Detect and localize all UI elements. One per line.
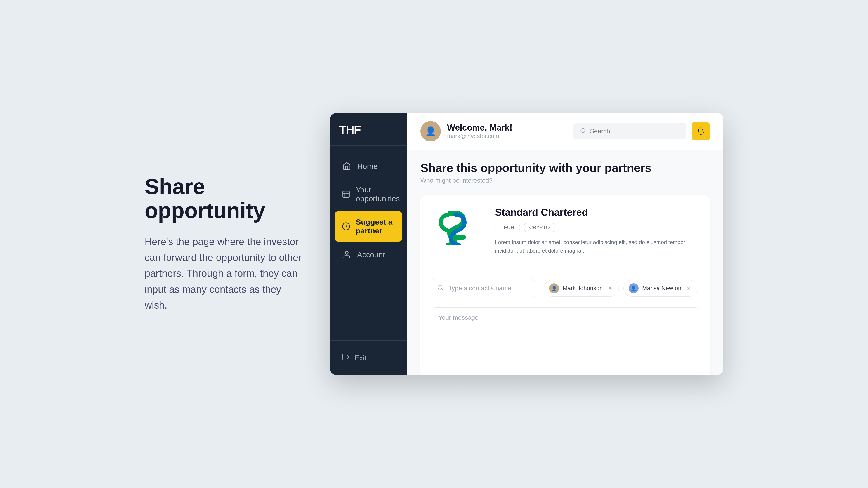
svg-point-6 [581,129,585,133]
contact-tag-2: 👤 Marisa Newton ✕ [623,280,698,297]
tag-tech: TECH [495,223,520,232]
user-text: Welcome, Mark! mark@investor.com [447,123,513,140]
sidebar-logo: THF [330,113,407,146]
svg-rect-0 [343,191,349,198]
remove-contact-2[interactable]: ✕ [685,285,692,292]
selected-contacts: 👤 Mark Johonson ✕ 👤 Marisa Newton ✕ [544,278,699,298]
search-input[interactable] [590,128,680,135]
sidebar-item-opportunities[interactable]: Your opportunities [335,179,402,209]
form-section: 👤 Mark Johonson ✕ 👤 Marisa Newton ✕ [432,278,699,298]
sidebar-nav: Home Your opportunities [330,146,407,340]
left-panel: Share opportunity Here's the page where … [145,175,303,313]
left-title: Share opportunity [145,175,303,222]
exit-icon [342,353,350,363]
sidebar-item-suggest[interactable]: Suggest a partner [335,211,402,241]
remove-contact-1[interactable]: ✕ [607,285,614,292]
contact-input-wrapper[interactable] [432,278,535,298]
welcome-text: Welcome, Mark! [447,123,513,133]
sidebar-item-home-label: Home [357,162,378,170]
company-tags: TECH CRYPTO [495,223,699,232]
search-icon [580,128,586,135]
app-window: THF Home [330,113,723,375]
header-right [573,122,710,140]
home-icon [342,161,352,171]
opportunities-icon [342,189,350,199]
exit-label: Exit [354,354,366,362]
contact-avatar-1: 👤 [549,283,559,293]
contact-tag-1: 👤 Mark Johonson ✕ [544,280,619,297]
exit-button[interactable]: Exit [335,348,402,368]
tag-crypto: CRYPTO [524,223,555,232]
main-card: standard chartered Standard Chartered TE… [421,195,710,375]
company-section: standard chartered Standard Chartered TE… [432,207,699,267]
sidebar-item-account[interactable]: Account [335,243,402,266]
main-content: 👤 Welcome, Mark! mark@investor.com [407,113,723,375]
sidebar-item-account-label: Account [357,250,385,259]
sidebar: THF Home [330,113,407,375]
avatar: 👤 [421,121,441,141]
svg-line-12 [441,289,442,290]
suggest-icon [342,221,350,231]
sidebar-item-home[interactable]: Home [335,155,402,177]
svg-line-7 [584,132,585,133]
company-details: Standard Chartered TECH CRYPTO Lorem ips… [495,207,699,255]
contact-name-2: Marisa Newton [642,285,681,292]
page-title: Share this opportunity with your partner… [421,161,710,175]
account-icon [342,250,352,260]
message-textarea[interactable] [432,307,699,357]
contact-search-icon [437,284,443,292]
search-bar[interactable] [573,123,686,139]
contact-name-1: Mark Johonson [563,285,603,292]
svg-point-4 [345,252,348,254]
left-description: Here's the page where the investor can f… [145,234,303,313]
header: 👤 Welcome, Mark! mark@investor.com [407,113,723,150]
notification-button[interactable] [692,122,710,140]
sidebar-item-opportunities-label: Your opportunities [356,186,400,203]
user-email: mark@investor.com [447,133,513,140]
contact-name-input[interactable] [432,278,535,298]
user-info: 👤 Welcome, Mark! mark@investor.com [421,121,513,141]
company-description: Lorem ipsum dolor sit amet, consectetur … [495,238,699,255]
content-area: Share this opportunity with your partner… [407,150,723,375]
svg-text:standard: standard [434,245,450,245]
company-name: Standard Chartered [495,207,699,218]
svg-point-11 [438,285,442,289]
message-wrapper[interactable] [432,307,699,367]
sidebar-item-suggest-label: Suggest a partner [356,218,395,235]
contact-avatar-2: 👤 [629,283,639,293]
sidebar-footer: Exit [330,340,407,375]
logo-text: THF [339,123,398,136]
company-logo: standard chartered [432,207,482,248]
page-subtitle: Who might be interested? [421,177,710,184]
